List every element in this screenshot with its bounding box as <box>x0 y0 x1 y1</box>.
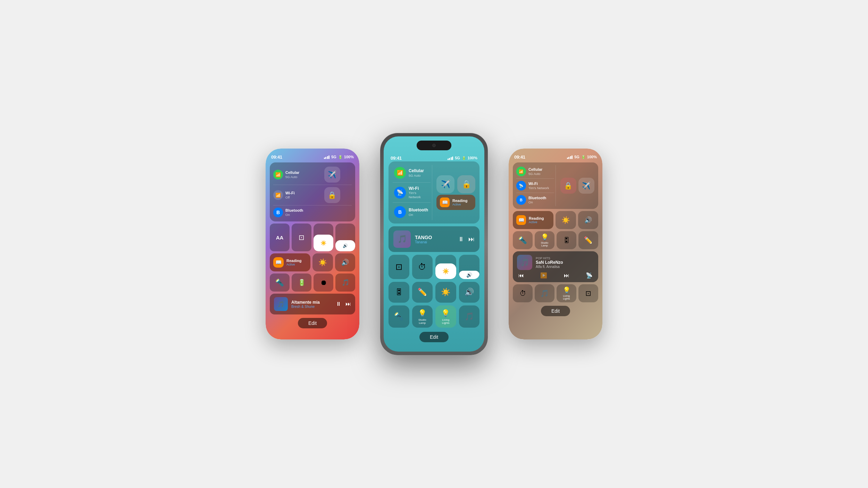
right-lock-btn[interactable]: 🔒 <box>560 178 576 194</box>
right-edit-btn[interactable]: Edit <box>541 306 570 316</box>
center-battery: 100% <box>468 156 477 160</box>
right-volume-btn[interactable]: 🔊 <box>578 211 599 229</box>
center-edit-btn[interactable]: Edit <box>419 332 449 342</box>
right-cellular[interactable]: 📶 Cellular 5G Auto <box>516 165 554 178</box>
right-wifi-sub: Tim's Network <box>528 186 549 190</box>
right-prev-btn[interactable]: ⏮ <box>518 272 524 279</box>
sig-bar-1 <box>324 158 325 159</box>
phone-right: 09:41 5G 🔋 100% <box>509 149 602 339</box>
center-lock-btn[interactable]: 🔒 <box>457 175 475 193</box>
center-brightness-slider[interactable]: ☀️ <box>435 255 456 279</box>
battery-icon-ctrl: 🔋 <box>298 279 306 286</box>
center-music-info: TANGO Tananai <box>415 235 454 244</box>
center-script-btn[interactable]: ✏️ <box>412 282 433 303</box>
c-sig-1 <box>448 159 449 160</box>
center-next-btn[interactable]: ⏭ <box>468 236 475 243</box>
phone-center-inner: 09:41 5G 🔋 100% <box>384 136 484 352</box>
left-next-btn[interactable]: ⏭ <box>345 301 351 307</box>
right-studio-lamp-btn[interactable]: 💡 StudioLamp <box>535 231 554 249</box>
center-airplane-btn[interactable]: ✈️ <box>436 175 454 193</box>
center-wifi-text: Wi-Fi Tim's Network <box>409 186 429 199</box>
center-volume-btn2[interactable]: 🔊 <box>459 282 480 303</box>
center-brightness-btn2[interactable]: ☀️ <box>435 282 456 303</box>
left-cellular[interactable]: 📶 Cellular 5G Auto <box>273 165 312 184</box>
right-reading-btn[interactable]: 📖 Reading Active <box>513 211 553 229</box>
center-music-artist: Tananai <box>415 240 454 244</box>
right-mirror-btn[interactable]: ⊡ <box>578 284 598 302</box>
right-wifi-label: Wi-Fi <box>528 182 549 186</box>
left-music-controls: ⏸ ⏭ <box>336 301 351 307</box>
left-pause-btn[interactable]: ⏸ <box>336 301 341 307</box>
center-living-lights-btn[interactable]: 💡 LivingLights <box>435 305 456 328</box>
center-mirror-btn[interactable]: ⊡ <box>389 255 409 279</box>
left-airplane[interactable]: ✈️ <box>312 165 352 184</box>
right-conn-left: 📶 Cellular 5G Auto 📡 Wi-Fi Tim's Net <box>516 165 554 206</box>
left-flashlight[interactable]: 🔦 <box>270 274 290 292</box>
center-studio-lamp-btn[interactable]: 💡 StudioLamp <box>412 305 433 328</box>
right-airplay-btn[interactable]: 📡 <box>586 272 593 279</box>
left-music-player: 🎵 Altamente mia Bresh & Shune ⏸ ⏭ <box>270 294 355 314</box>
left-battery-btn[interactable]: 🔋 <box>292 274 311 292</box>
left-volume-btn[interactable]: 🔊 <box>335 253 356 271</box>
left-shazam[interactable]: 🎵 <box>335 274 355 292</box>
left-brightness-btn[interactable]: ☀️ <box>312 253 333 271</box>
right-play-btn[interactable]: ▶️ <box>540 272 547 279</box>
left-status-right: 5G 🔋 100% <box>324 155 354 159</box>
center-flashlight-btn[interactable]: 🔦 <box>389 305 409 328</box>
center-wifi[interactable]: 📡 Wi-Fi Tim's Network <box>393 184 431 201</box>
r-div-1 <box>516 178 554 179</box>
left-reading-btn[interactable]: 📖 Reading Active <box>270 253 310 271</box>
left-ctrl-row1: AA ⊡ ☀️ 🔊 <box>270 224 355 251</box>
reading-text: Reading Active <box>286 259 301 266</box>
right-clock-btn[interactable]: ⏱ <box>513 284 533 302</box>
center-reading-btn[interactable]: 📖 Reading Active <box>436 195 475 210</box>
right-bt-icon: B <box>516 195 526 205</box>
left-volume-slider[interactable]: 🔊 <box>335 224 355 251</box>
left-record-btn[interactable]: ⏺ <box>314 274 333 292</box>
center-cellular[interactable]: 📶 Cellular 5G Auto <box>393 165 431 181</box>
right-living-lights-btn[interactable]: 💡 LivingLights <box>557 284 576 302</box>
left-brightness-slider[interactable]: ☀️ <box>314 224 333 251</box>
right-living-lights-icon: 💡 <box>563 286 570 294</box>
right-reading-sub: Active <box>529 220 544 224</box>
center-volume-slider[interactable]: 🔊 <box>459 255 480 279</box>
right-cellular-sub: 5G Auto <box>528 172 542 176</box>
center-pause-btn[interactable]: ⏸ <box>458 236 464 243</box>
right-wifi[interactable]: 📡 Wi-Fi Tim's Network <box>516 179 554 192</box>
center-time: 09:41 <box>391 155 402 161</box>
c-sig-3 <box>451 157 452 160</box>
center-bt-text: Bluetooth On <box>409 208 428 217</box>
right-music-category: POP HITS <box>536 256 594 260</box>
right-shazam-btn[interactable]: 🎵 <box>535 284 554 302</box>
right-flashlight-btn[interactable]: 🔦 <box>513 231 533 249</box>
center-music-controls: ⏸ ⏭ <box>458 236 475 243</box>
left-wifi[interactable]: 📶 Wi-Fi Off <box>273 186 312 204</box>
right-airplane-btn[interactable]: ✈️ <box>578 178 594 194</box>
center-conn-left: 📶 Cellular 5G Auto 📡 Wi-Fi <box>393 165 431 220</box>
center-shazam-btn[interactable]: 🎵 <box>459 305 480 328</box>
left-aa-btn[interactable]: AA <box>270 224 290 251</box>
right-brightness-btn[interactable]: ☀️ <box>556 211 576 229</box>
right-cc-content: 09:41 5G 🔋 100% <box>509 149 602 320</box>
right-script-btn[interactable]: ✏️ <box>578 231 598 249</box>
center-sound-btn[interactable]: 🎛 <box>389 282 409 303</box>
right-bluetooth[interactable]: B Bluetooth On <box>516 194 554 206</box>
center-reading-label: Reading <box>452 199 467 203</box>
left-bluetooth[interactable]: B Bluetooth On <box>273 206 312 219</box>
cellular-sub: 5G Auto <box>285 175 299 179</box>
left-mirror-btn[interactable]: ⊡ <box>292 224 311 251</box>
left-edit-btn[interactable]: Edit <box>298 318 327 328</box>
cellular-text: Cellular 5G Auto <box>285 170 299 179</box>
phone-left-wrapper: 09:41 5G 🔋 100% <box>266 149 359 339</box>
right-sound-btn[interactable]: 🎛 <box>557 231 576 249</box>
right-ctrl-reading: 📖 Reading Active ☀️ 🔊 <box>513 211 598 229</box>
studio-lamp-icon: 💡 <box>418 309 427 317</box>
right-next-btn[interactable]: ⏭ <box>564 272 569 279</box>
center-bluetooth[interactable]: B Bluetooth On <box>393 204 431 220</box>
right-conn-right: 🔒 ✈️ <box>557 165 595 206</box>
center-reading-icon: 📖 <box>440 197 450 207</box>
living-lights-icon: 💡 <box>441 309 450 317</box>
center-timer-btn[interactable]: ⏱ <box>412 255 433 279</box>
left-placeholder <box>312 206 352 219</box>
left-lock[interactable]: 🔒 <box>312 186 352 204</box>
